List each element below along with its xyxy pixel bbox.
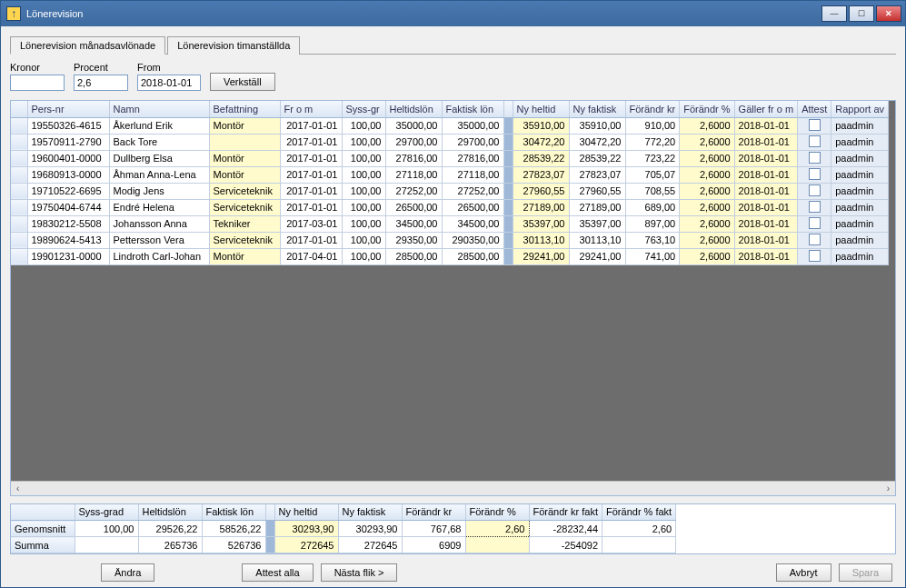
main-grid: Pers-nrNamnBefattningFr o mSyss-grHeltid… — [10, 100, 896, 496]
summary-col-header — [265, 504, 274, 521]
summary-col-header: Heltidslön — [138, 504, 202, 521]
titlebar: ↑ Lönerevision — ☐ ✕ — [1, 1, 905, 26]
table-row[interactable]: 19830212-5508Johansson AnnaTekniker2017-… — [11, 215, 889, 232]
summary-row: Genomsnitt100,0029526,2258526,2230293,90… — [11, 521, 676, 537]
procent-input[interactable] — [74, 75, 128, 91]
avbryt-button[interactable]: Avbryt — [776, 563, 831, 582]
col-header[interactable]: Pers-nr — [27, 101, 109, 117]
tabs: Lönerevision månadsavlönade Lönerevision… — [10, 35, 896, 55]
summary-col-header: Förändr kr fakt — [529, 504, 602, 521]
attest-checkbox[interactable] — [809, 217, 821, 229]
summary-col-header — [11, 504, 75, 521]
from-input[interactable] — [137, 75, 201, 91]
summary-table: Syss-gradHeltidslönFaktisk lönNy heltidN… — [11, 504, 676, 554]
from-label: From — [137, 62, 201, 73]
summary-col-header: Faktisk lön — [202, 504, 265, 521]
col-header[interactable]: Attest — [798, 101, 831, 117]
minimize-button[interactable]: — — [821, 5, 847, 22]
attest-checkbox[interactable] — [809, 119, 821, 131]
table-row[interactable]: 19750404-6744Endré HelenaServiceteknik20… — [11, 199, 889, 215]
attest-checkbox[interactable] — [809, 168, 821, 180]
window-controls: — ☐ ✕ — [821, 5, 901, 22]
tab-timanstallda[interactable]: Lönerevision timanställda — [167, 36, 300, 55]
scroll-left-icon[interactable]: ‹ — [13, 483, 23, 493]
attest-checkbox[interactable] — [809, 135, 821, 147]
kronor-label: Kronor — [10, 62, 65, 73]
attest-alla-button[interactable]: Attest alla — [242, 563, 313, 582]
col-header[interactable]: Gäller fr o m — [734, 101, 798, 117]
window-title: Lönerevision — [26, 8, 821, 19]
table-row[interactable]: 19550326-4615Åkerlund ErikMontör2017-01-… — [11, 117, 889, 134]
summary-col-header: Förändr kr — [402, 504, 465, 521]
summary-grid: Syss-gradHeltidslönFaktisk lönNy heltidN… — [10, 503, 896, 555]
attest-checkbox[interactable] — [809, 152, 821, 164]
verkstall-button[interactable]: Verkställ — [210, 73, 275, 91]
summary-col-header: Ny heltid — [274, 504, 338, 521]
close-button[interactable]: ✕ — [876, 5, 901, 22]
table-row[interactable]: 19680913-0000Åhman Anna-LenaMontör2017-0… — [11, 166, 889, 183]
bottom-bar: Ändra Attest alla Nästa flik > Avbryt Sp… — [10, 558, 896, 583]
client-area: Lönerevision månadsavlönade Lönerevision… — [1, 26, 905, 587]
summary-col-header: Förändr % — [465, 504, 529, 521]
andra-button[interactable]: Ändra — [101, 563, 154, 582]
col-header[interactable]: Syss-gr — [342, 101, 385, 117]
summary-col-header: Ny faktisk — [338, 504, 402, 521]
col-header[interactable]: Faktisk lön — [442, 101, 503, 117]
app-icon: ↑ — [6, 6, 21, 21]
attest-checkbox[interactable] — [809, 234, 821, 245]
table-row[interactable]: 19600401-0000Dullberg ElsaMontör2017-01-… — [11, 150, 889, 166]
summary-col-header: Syss-grad — [75, 504, 138, 521]
nasta-flik-button[interactable]: Nästa flik > — [321, 563, 398, 582]
window: ↑ Lönerevision — ☐ ✕ Lönerevision månads… — [0, 0, 906, 588]
col-header[interactable]: Ny heltid — [513, 101, 569, 117]
col-header[interactable]: Namn — [109, 101, 209, 117]
table-row[interactable]: 19570911-2790Back Tore2017-01-01100,0029… — [11, 134, 889, 150]
spara-button[interactable]: Spara — [839, 563, 892, 582]
filter-row: Kronor Procent From Verkställ — [10, 62, 896, 91]
maximize-button[interactable]: ☐ — [849, 5, 874, 22]
col-header[interactable]: Ny faktisk — [569, 101, 625, 117]
table-row[interactable]: 19710522-6695Modig JensServiceteknik2017… — [11, 183, 889, 199]
summary-col-header: Förändr % fakt — [602, 504, 676, 521]
col-header[interactable]: Förändr % — [680, 101, 734, 117]
col-header[interactable]: Heltidslön — [385, 101, 442, 117]
col-header[interactable]: Befattning — [209, 101, 280, 117]
table-row[interactable]: 19901231-0000Lindroth Carl-JohanMontör20… — [11, 248, 889, 264]
col-header[interactable] — [503, 101, 513, 117]
col-header[interactable]: Förändr kr — [625, 101, 680, 117]
tab-manadsavlonade[interactable]: Lönerevision månadsavlönade — [10, 36, 165, 55]
attest-checkbox[interactable] — [809, 184, 821, 196]
col-header[interactable]: Rapport av — [831, 101, 889, 117]
summary-row: Summa2657365267362726452726456909-254092 — [11, 537, 676, 553]
main-grid-table[interactable]: Pers-nrNamnBefattningFr o mSyss-grHeltid… — [11, 101, 889, 265]
scroll-right-icon[interactable]: › — [883, 483, 893, 493]
attest-checkbox[interactable] — [809, 250, 821, 262]
col-header[interactable]: Fr o m — [280, 101, 342, 117]
horizontal-scrollbar[interactable]: ‹ › — [11, 481, 895, 495]
table-row[interactable]: 19890624-5413Pettersson VeraServicetekni… — [11, 232, 889, 248]
kronor-input[interactable] — [10, 75, 65, 91]
attest-checkbox[interactable] — [809, 201, 821, 213]
procent-label: Procent — [74, 62, 128, 73]
